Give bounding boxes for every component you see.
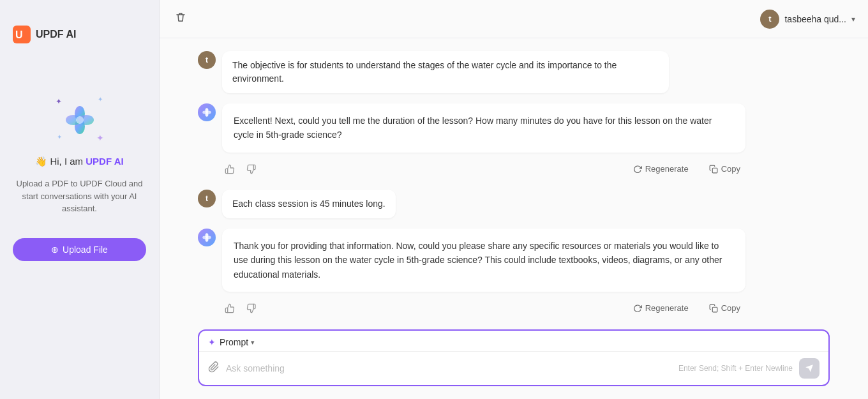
ai-actions-2: Regenerate Copy [222,159,745,179]
chat-input[interactable] [226,363,678,373]
updf-logo-icon: U [13,26,31,43]
message-3-user: t Each class session is 45 minutes long. [198,190,830,218]
send-icon [805,364,814,373]
user-bubble-1: The objective is for students to underst… [222,51,669,93]
svg-point-10 [206,111,211,114]
user-bubble-3: Each class session is 45 minutes long. [222,190,396,218]
user-avatar-msg1: t [198,51,216,69]
app-title: UPDF AI [36,29,76,40]
keyboard-hint: Enter Send; Shift + Enter Newline [678,364,793,373]
copy-button-4[interactable]: Copy [704,301,745,315]
regenerate-button-4[interactable]: Regenerate [628,301,694,315]
ai-avatar-msg4 [198,229,216,246]
copy-icon [709,165,718,174]
spark-icon-br: ✦ [96,133,104,143]
main-panel: t tasbeeha qud... ▾ t The objective is f… [160,0,868,399]
ai-bubble-wrapper-4: Thank you for providing that information… [222,229,745,319]
svg-point-15 [206,236,211,239]
svg-point-6 [76,116,84,124]
ai-logo-icon-2 [202,232,212,243]
ai-bubble-wrapper-2: Excellent! Next, could you tell me the d… [222,103,745,179]
svg-text:U: U [15,29,23,40]
thumbs-up-icon-2 [225,303,235,313]
copy-button-2[interactable]: Copy [704,162,745,176]
chat-header: t tasbeeha qud... ▾ [160,0,868,38]
chevron-down-icon: ▾ [851,15,855,24]
mascot-area: ✦ ✦ ✦ ✦ 👋 Hi, I am [13,94,146,261]
regenerate-button-2[interactable]: Regenerate [628,162,694,176]
input-area: ✦ Prompt ▾ Enter Send; Shift + Enter New… [160,323,868,399]
trash-icon [175,11,186,23]
logo-area: U UPDF AI [13,26,76,43]
ai-mascot-logo [63,103,96,137]
ai-bubble-4: Thank you for providing that information… [222,229,745,292]
regenerate-icon-2 [633,304,642,313]
user-menu[interactable]: t tasbeeha qud... ▾ [760,10,855,29]
svg-rect-16 [712,307,717,312]
thumbs-down-icon-2 [246,303,257,313]
greeting-text: 👋 Hi, I am UPDF AI [35,156,123,167]
sidebar: U UPDF AI ✦ ✦ ✦ [0,0,160,399]
prompt-sparkle-icon: ✦ [208,337,216,347]
prompt-label: Prompt [220,337,248,347]
user-avatar: t [760,10,779,29]
user-avatar-msg3: t [198,190,216,207]
user-name: tasbeeha qud... [784,14,846,24]
paperclip-icon [208,361,220,373]
thumbs-down-icon [246,164,257,174]
attach-button[interactable] [208,361,220,376]
ai-actions-left-4 [222,301,259,316]
upload-file-button[interactable]: ⊕ Upload File [13,238,146,261]
send-button[interactable] [799,358,819,379]
message-1-user: t The objective is for students to under… [198,51,830,93]
input-box: ✦ Prompt ▾ Enter Send; Shift + Enter New… [198,329,830,386]
ai-actions-4: Regenerate Copy [222,298,745,319]
sidebar-subtitle: Upload a PDF to UPDF Cloud and start con… [13,177,146,215]
message-2-ai: Excellent! Next, could you tell me the d… [198,103,830,179]
mascot-icon-wrapper: ✦ ✦ ✦ ✦ [54,94,105,146]
ai-bubble-2: Excellent! Next, could you tell me the d… [222,103,745,153]
spark-icon-bl: ✦ [57,133,62,140]
thumbs-down-button-2[interactable] [244,162,259,177]
input-bottom-bar: Enter Send; Shift + Enter Newline [199,352,828,385]
ai-actions-right-2: Regenerate Copy [628,162,745,176]
message-4-ai: Thank you for providing that information… [198,229,830,319]
messages-area: t The objective is for students to under… [160,38,868,323]
thumbs-down-button-4[interactable] [244,301,259,316]
prompt-dropdown-icon[interactable]: ▾ [251,338,255,347]
input-top-bar: ✦ Prompt ▾ [199,331,828,352]
clear-chat-button[interactable] [172,9,189,29]
spark-icon-tl: ✦ [56,97,62,106]
thumbs-up-icon [225,164,235,174]
thumbs-up-button-4[interactable] [222,301,237,316]
ai-logo-icon [202,107,212,117]
ai-avatar-msg2 [198,103,216,121]
spark-icon-tr: ✦ [98,96,103,103]
svg-rect-11 [712,168,717,173]
upload-icon: ⊕ [51,245,59,255]
regenerate-icon [633,165,642,174]
thumbs-up-button-2[interactable] [222,162,237,177]
copy-icon-2 [709,304,718,313]
ai-actions-left-2 [222,162,259,177]
ai-actions-right-4: Regenerate Copy [628,301,745,315]
